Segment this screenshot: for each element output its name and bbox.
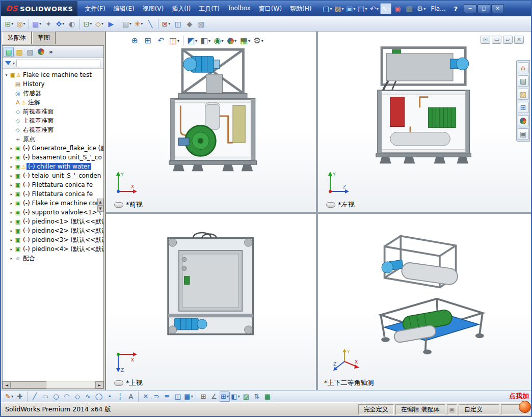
select-cursor-button[interactable]: ↖▾ xyxy=(380,3,391,14)
window-minimize-button[interactable]: ─ xyxy=(464,4,476,13)
new-document-button[interactable]: ▢▾ xyxy=(322,3,333,14)
tree-expander[interactable]: ▸ xyxy=(9,201,14,206)
menu-item-4[interactable]: 工具(T) xyxy=(195,3,224,15)
tree-item-4[interactable]: ◇前视基准面 xyxy=(3,107,103,116)
exploded-view-dropdown-arrow-icon[interactable]: ▾ xyxy=(141,21,143,26)
viewport-left[interactable]: Y Z *左视 xyxy=(318,32,531,212)
model-front-view[interactable] xyxy=(135,45,287,187)
corner-rectangle-button[interactable]: ▭ xyxy=(40,392,50,402)
assembly-features-dropdown-arrow-icon[interactable]: ▾ xyxy=(90,21,92,26)
print-button[interactable]: ▤▾ xyxy=(357,3,368,14)
edit-table-button[interactable]: ▦ xyxy=(262,392,273,402)
propertymanager-tab-button[interactable]: ▥ xyxy=(14,47,24,57)
design-library-button[interactable]: ▤ xyxy=(518,75,529,87)
tree-item-9[interactable]: ▸▣(-) basamento unit_S_'_co xyxy=(3,153,103,162)
viewport-link-button[interactable]: ⊡ xyxy=(481,36,490,44)
viewport-isometric[interactable]: Y X Z *上下二等角轴测 xyxy=(318,214,531,390)
sketch-point-button[interactable]: • xyxy=(104,392,115,402)
display-style-bottom-dropdown-arrow-icon[interactable]: ▾ xyxy=(238,394,240,399)
tree-item-17[interactable]: ▸▣(-) piedino<2> (默认<<默认 xyxy=(3,226,103,235)
hide-show-items-button[interactable]: ◉▾ xyxy=(212,35,225,47)
status-custom-button[interactable]: 自定义 xyxy=(459,404,499,415)
tree-item-2[interactable]: ◎传感器 xyxy=(3,89,103,98)
tree-item-10[interactable]: ▸▣⚠(-) chiller with water xyxy=(3,162,103,171)
tree-item-15[interactable]: ▸▣(-) supporto valvole<1> ( xyxy=(3,208,103,217)
interference-detection-dropdown-arrow-icon[interactable]: ▾ xyxy=(168,21,170,26)
tree-item-5[interactable]: ◇上视基准面 xyxy=(3,116,103,125)
mate-dropdown-arrow-icon[interactable]: ▾ xyxy=(23,21,25,26)
assembly-features-button[interactable]: ⊡▾ xyxy=(82,18,93,30)
sketch-text-button[interactable]: A xyxy=(126,392,136,402)
scrollbar-thumb[interactable] xyxy=(11,381,46,388)
tree-expander[interactable]: ▾ xyxy=(4,73,9,77)
link-views-icon[interactable] xyxy=(114,202,123,208)
solidworks-resources-home-button[interactable]: ⌂ xyxy=(518,62,529,73)
smart-fasteners-button[interactable]: ✦ xyxy=(43,18,54,30)
edit-appearance-button[interactable]: ▾ xyxy=(226,35,238,47)
centerpoint-arc-button[interactable]: ◠ xyxy=(62,392,72,402)
section-properties-button[interactable]: ▧ xyxy=(196,18,207,30)
link-views-icon[interactable] xyxy=(326,202,335,208)
edit-appearance-dropdown-arrow-icon[interactable]: ▾ xyxy=(234,39,236,43)
tree-item-6[interactable]: ◇右视基准面 xyxy=(3,125,103,134)
mirror-entities-button[interactable]: ◫ xyxy=(173,392,183,402)
display-style-button[interactable]: ◧▾ xyxy=(199,35,211,47)
trim-entities-button[interactable]: ✕ xyxy=(141,392,151,402)
file-properties-button[interactable]: ▥ xyxy=(404,3,415,14)
previous-view-button[interactable]: ↶ xyxy=(155,35,167,47)
interference-detection-button[interactable]: ⊠▾ xyxy=(161,18,172,30)
offset-entities-button[interactable]: ≡ xyxy=(162,392,172,402)
document-minimize-button[interactable]: ▭ xyxy=(492,36,501,44)
filter-dropdown-arrow-icon[interactable]: ▾ xyxy=(13,61,15,66)
linear-component-pattern-button[interactable]: ▦▾ xyxy=(31,18,42,30)
tree-item-18[interactable]: ▸▣(-) piedino<3> (默认<<默认 xyxy=(3,235,103,244)
open-document-button[interactable]: ▨▾ xyxy=(333,3,344,14)
ellipse-button[interactable]: ◯ xyxy=(94,392,104,402)
menu-item-2[interactable]: 视图(V) xyxy=(139,3,168,15)
convert-entities-button[interactable]: ⊃ xyxy=(151,392,162,402)
spline-button[interactable]: ∿ xyxy=(83,392,93,402)
view-palette-button[interactable]: ⊞ xyxy=(518,102,529,113)
appearances-scenes-button[interactable] xyxy=(518,115,529,126)
tree-expander[interactable]: ▸ xyxy=(9,146,14,151)
sketch-dropdown-arrow-icon[interactable]: ▾ xyxy=(11,394,13,399)
mass-properties-button[interactable]: ◆ xyxy=(184,18,195,30)
tree-item-3[interactable]: A⚠注解 xyxy=(3,98,103,107)
displaymanager-tab-button[interactable] xyxy=(36,47,46,57)
tree-item-16[interactable]: ▸▣(-) piedino<1> (默认<<默认 xyxy=(3,217,103,226)
scrollbar-track[interactable] xyxy=(11,381,95,388)
bill-of-materials-dropdown-arrow-icon[interactable]: ▾ xyxy=(129,21,131,26)
overlay-ad-ball-icon[interactable] xyxy=(519,401,531,413)
graphics-area[interactable]: Y X *前视 xyxy=(106,32,531,390)
polygon-button[interactable]: ◇ xyxy=(72,392,83,402)
tree-item-20[interactable]: ▸∞配合 xyxy=(3,254,103,263)
viewport-front[interactable]: Y X *前视 xyxy=(106,32,316,212)
tree-item-12[interactable]: ▸▣(-) Filettatura conica fe xyxy=(3,180,103,189)
reference-geometry-button[interactable]: ◇▾ xyxy=(94,18,105,30)
filter-funnel-icon[interactable] xyxy=(5,61,11,65)
options-dropdown-arrow-icon[interactable]: ▾ xyxy=(423,7,425,11)
line-button[interactable]: ╱ xyxy=(30,392,40,402)
undo-button[interactable]: ↶▾ xyxy=(368,3,380,14)
hide-show-items-dropdown-arrow-icon[interactable]: ▾ xyxy=(221,39,223,43)
document-restore-button[interactable]: ▱ xyxy=(503,36,513,44)
viewport-vertical-splitter[interactable] xyxy=(316,32,318,390)
filter-input[interactable] xyxy=(16,60,100,67)
help-button[interactable]: ? xyxy=(450,4,462,14)
move-component-button[interactable]: ✥▾ xyxy=(55,18,66,30)
featuremanager-tree-tab-button[interactable]: ▤ xyxy=(4,47,14,57)
tree-expander[interactable]: ▸ xyxy=(9,155,14,160)
tree-expander[interactable]: ▸ xyxy=(9,164,14,169)
open-document-dropdown-arrow-icon[interactable]: ▾ xyxy=(342,7,344,11)
tree-item-8[interactable]: ▸▣(-) Generatore_flake_ice (默 xyxy=(3,144,103,153)
measure-button[interactable]: ◫ xyxy=(172,18,183,30)
reference-geometry-dropdown-arrow-icon[interactable]: ▾ xyxy=(101,21,103,26)
tree-expander[interactable]: ▸ xyxy=(9,174,14,178)
model-left-view[interactable] xyxy=(345,45,503,187)
angle-snap-button[interactable]: ∠ xyxy=(209,392,219,402)
tree-expander[interactable]: ▸ xyxy=(9,229,14,233)
zoom-to-area-button[interactable]: ⊞ xyxy=(142,35,154,47)
move-component-dropdown-arrow-icon[interactable]: ▾ xyxy=(62,21,64,26)
splitter-up-button[interactable]: ▲ xyxy=(97,199,103,205)
menu-item-6[interactable]: 窗口(W) xyxy=(255,3,286,15)
